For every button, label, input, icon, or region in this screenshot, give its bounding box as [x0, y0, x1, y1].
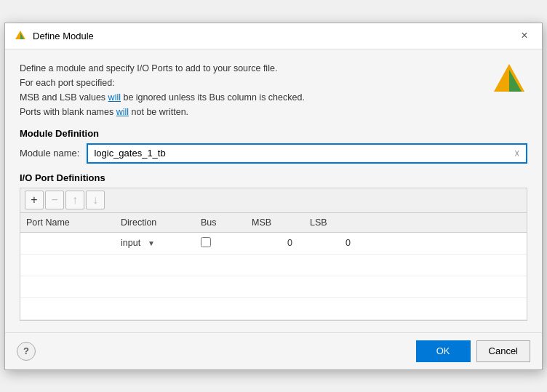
info-line2: For each port specified: — [20, 76, 305, 90]
io-port-section: I/O Port Definitions + − ↑ ↓ Port Name D… — [20, 172, 527, 321]
module-name-row: Module name: ☓ — [20, 143, 527, 164]
table-row: input output inout ▼ 0 0 — [20, 233, 527, 255]
col-direction: Direction — [115, 216, 195, 229]
module-name-input[interactable] — [91, 148, 510, 159]
remove-port-button[interactable]: − — [45, 191, 64, 209]
row1-direction-select[interactable]: input output inout — [121, 238, 146, 248]
table-rows: input output inout ▼ 0 0 — [20, 233, 527, 320]
app-icon — [14, 29, 27, 42]
col-bus: Bus — [195, 216, 246, 229]
col-port-name: Port Name — [20, 216, 115, 229]
footer-buttons: OK Cancel — [416, 340, 530, 362]
define-module-dialog: Define Module × Define a module and spec… — [4, 23, 543, 370]
col-lsb: LSB — [304, 216, 362, 229]
table-row — [20, 298, 527, 320]
col-msb: MSB — [246, 216, 304, 229]
ok-button[interactable]: OK — [416, 340, 471, 362]
add-port-button[interactable]: + — [25, 191, 44, 209]
title-bar-left: Define Module — [14, 29, 94, 42]
move-down-button[interactable]: ↓ — [86, 191, 105, 209]
info-text: Define a module and specify I/O Ports to… — [20, 61, 305, 119]
row1-msb[interactable]: 0 — [246, 238, 304, 248]
info-line3: MSB and LSB values will be ignored unles… — [20, 90, 305, 105]
info-line4-mid: will — [116, 107, 129, 117]
row1-bus-checkbox[interactable] — [201, 237, 211, 247]
row1-bus — [195, 237, 246, 249]
dropdown-arrow-icon: ▼ — [148, 239, 155, 247]
io-port-toolbar: + − ↑ ↓ — [20, 188, 527, 213]
title-bar: Define Module × — [5, 23, 542, 49]
info-line3-post: be ignored unless its Bus column is chec… — [121, 92, 305, 103]
row1-port-name[interactable] — [20, 238, 115, 248]
dialog-title: Define Module — [33, 31, 94, 41]
module-definition-label: Module Definition — [20, 128, 527, 139]
dialog-footer: ? OK Cancel — [5, 332, 542, 369]
info-line3-mid: will — [108, 92, 121, 103]
row1-direction: input output inout ▼ — [115, 238, 195, 248]
dialog-body: Define a module and specify I/O Ports to… — [5, 49, 542, 332]
brand-logo — [491, 61, 527, 97]
info-box: Define a module and specify I/O Ports to… — [20, 61, 527, 119]
table-row — [20, 255, 527, 276]
cancel-button[interactable]: Cancel — [476, 340, 530, 362]
module-name-label: Module name: — [20, 148, 79, 159]
io-port-table-container: + − ↑ ↓ Port Name Direction Bus MSB LSB — [20, 188, 527, 321]
io-port-label: I/O Port Definitions — [20, 172, 527, 183]
table-header: Port Name Direction Bus MSB LSB — [20, 213, 527, 233]
move-up-button[interactable]: ↑ — [65, 191, 84, 209]
row1-lsb[interactable]: 0 — [304, 238, 362, 248]
info-line4-post: not be written. — [129, 107, 188, 117]
info-line4-pre: Ports with blank names — [20, 107, 116, 117]
info-line1: Define a module and specify I/O Ports to… — [20, 61, 305, 76]
info-line4: Ports with blank names will not be writt… — [20, 105, 305, 119]
row1-port-name-input[interactable] — [26, 238, 109, 248]
help-button[interactable]: ? — [17, 342, 36, 361]
clear-input-button[interactable]: ☓ — [510, 147, 523, 160]
close-button[interactable]: × — [516, 27, 533, 44]
info-line3-pre: MSB and LSB values — [20, 92, 108, 103]
module-definition-section: Module Definition Module name: ☓ — [20, 128, 527, 164]
direction-wrapper: input output inout ▼ — [121, 238, 189, 248]
module-name-input-wrapper: ☓ — [87, 143, 527, 164]
table-row — [20, 276, 527, 298]
